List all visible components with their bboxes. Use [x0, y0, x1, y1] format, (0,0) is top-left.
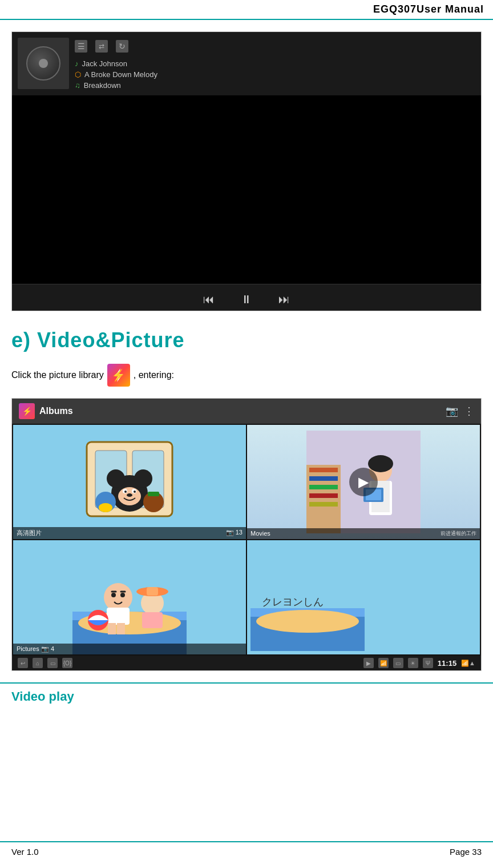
track-album: Breakdown	[75, 81, 157, 90]
svg-point-51	[256, 610, 359, 633]
svg-point-12	[134, 491, 136, 493]
next-button[interactable]: ⏭	[274, 289, 294, 310]
video-play-text: Video play	[11, 689, 74, 704]
cell-movie-subtitle: 前进通報的工作	[441, 530, 476, 537]
svg-point-6	[107, 469, 125, 488]
gallery-home-icon[interactable]: ⌂	[33, 658, 43, 668]
gallery-cell-shinchan[interactable]: Pictures 📷 4	[13, 540, 246, 654]
instruction-block: Click the picture library , entering:	[0, 358, 493, 392]
svg-point-15	[99, 503, 112, 512]
gallery-cell-shinchan-title[interactable]: クレヨンしん	[247, 540, 480, 654]
prev-button[interactable]: ⏮	[199, 289, 219, 310]
pause-button[interactable]: ⏸	[236, 289, 257, 310]
shinchan-illustration	[72, 540, 187, 654]
svg-rect-20	[309, 468, 338, 472]
album-art-disc	[26, 46, 60, 81]
svg-rect-36	[107, 608, 130, 625]
gallery-status-time: 11:15	[438, 659, 456, 668]
picture-library-icon[interactable]	[107, 364, 130, 387]
music-player-screenshot: Jack Johnson A Broke Down Melody Breakdo…	[11, 31, 482, 311]
cell-mickey-label: 高清图片 📷 13	[13, 527, 246, 539]
gallery-top-bar: ⚡ Albums 📷 ⋮	[12, 399, 481, 424]
svg-point-13	[127, 493, 132, 497]
gallery-recent-icon[interactable]: ▭	[47, 658, 58, 668]
page-footer: Ver 1.0 Page 33	[0, 841, 493, 857]
playback-controls: ⏮ ⏸ ⏭	[12, 284, 481, 311]
svg-point-40	[120, 593, 125, 597]
svg-rect-19	[306, 465, 341, 533]
gallery-screen-icon: ▭	[393, 658, 403, 668]
cell-movie-name: Movies	[250, 530, 270, 537]
playlist-icon[interactable]	[75, 40, 87, 53]
cell-shinchan-count: 📷 4	[41, 645, 54, 652]
lightning-icon	[112, 367, 125, 383]
track-title: A Broke Down Melody	[75, 70, 157, 79]
music-info: Jack Johnson A Broke Down Melody Breakdo…	[75, 38, 157, 90]
gallery-top-icons: 📷 ⋮	[446, 405, 474, 417]
svg-rect-46	[147, 587, 158, 596]
svg-point-28	[368, 455, 393, 472]
shuffle-icon[interactable]	[95, 40, 108, 53]
shinchan-text-svg: クレヨンしん	[250, 540, 365, 651]
manual-title: EGQ307User Manual	[373, 3, 484, 15]
gallery-more-icon[interactable]: ⋮	[464, 405, 474, 417]
cell-mickey-name: 高清图片	[17, 529, 42, 537]
svg-rect-38	[117, 623, 125, 634]
gallery-cell-movies[interactable]: ▶ Movies 前进通報的工作	[247, 425, 480, 539]
svg-text:クレヨンしん: クレヨンしん	[262, 596, 324, 608]
instruction-text-after: , entering:	[134, 370, 174, 380]
svg-marker-0	[115, 368, 123, 382]
gallery-folder-icon: ⚡	[19, 403, 35, 419]
section-heading-block: e) Video&Picture	[0, 311, 493, 358]
cell-shinchan-name: Pictures	[17, 645, 39, 652]
svg-rect-21	[309, 476, 338, 481]
gallery-grid: 高清图片 📷 13	[12, 424, 481, 656]
album-art	[18, 38, 69, 89]
svg-point-35	[104, 583, 132, 612]
page-header: EGQ307User Manual	[0, 0, 493, 20]
gallery-bright-icon: ☀	[408, 658, 418, 668]
svg-rect-24	[309, 502, 338, 507]
repeat-icon[interactable]	[116, 40, 128, 53]
svg-rect-44	[142, 612, 163, 628]
gallery-cell-mickey[interactable]: 高清图片 📷 13	[13, 425, 246, 539]
play-button-overlay[interactable]: ▶	[349, 468, 378, 496]
music-playback-area	[12, 95, 481, 284]
gallery-signal-icon: 📶	[378, 658, 389, 668]
gallery-title: Albums	[39, 406, 73, 416]
svg-rect-37	[108, 623, 116, 634]
section-heading-text: e) Video&Picture	[11, 328, 184, 352]
gallery-media-icon: ▶	[363, 658, 374, 668]
music-top-bar: Jack Johnson A Broke Down Melody Breakdo…	[12, 32, 481, 95]
gallery-back-icon[interactable]: ↩	[18, 658, 28, 668]
music-controls-icons	[75, 40, 157, 53]
gallery-status-right: ▶ 📶 ▭ ☀ Ψ 11:15 📶▲	[363, 658, 475, 668]
cell-mickey-count: 📷 13	[226, 529, 243, 537]
gallery-screenshot: ⚡ Albums 📷 ⋮	[11, 398, 482, 671]
instruction-text-before: Click the picture library	[11, 370, 104, 380]
footer-page: Page 33	[450, 847, 482, 857]
gallery-options-icon[interactable]: {O}	[62, 658, 72, 668]
video-play-heading: Video play	[0, 682, 493, 706]
svg-point-11	[124, 491, 127, 493]
cell-movie-label: Movies 前进通報的工作	[247, 528, 480, 539]
footer-version: Ver 1.0	[11, 847, 39, 857]
gallery-status-left: ↩ ⌂ ▭ {O}	[18, 658, 72, 668]
gallery-title-row: ⚡ Albums	[19, 403, 73, 419]
svg-point-7	[134, 469, 152, 488]
svg-rect-22	[309, 485, 338, 489]
cell-shinchan-label: Pictures 📷 4	[13, 644, 246, 654]
svg-rect-23	[309, 493, 338, 498]
track-artist: Jack Johnson	[75, 59, 157, 68]
gallery-wifi: 📶▲	[461, 660, 475, 667]
svg-point-39	[111, 593, 116, 597]
mickey-illustration	[78, 431, 181, 533]
gallery-status-bar: ↩ ⌂ ▭ {O} ▶ 📶 ▭ ☀ Ψ 11:15 📶▲	[12, 656, 481, 670]
camera-icon[interactable]: 📷	[446, 405, 458, 417]
gallery-usb-icon: Ψ	[423, 658, 433, 668]
svg-rect-17	[148, 492, 159, 496]
